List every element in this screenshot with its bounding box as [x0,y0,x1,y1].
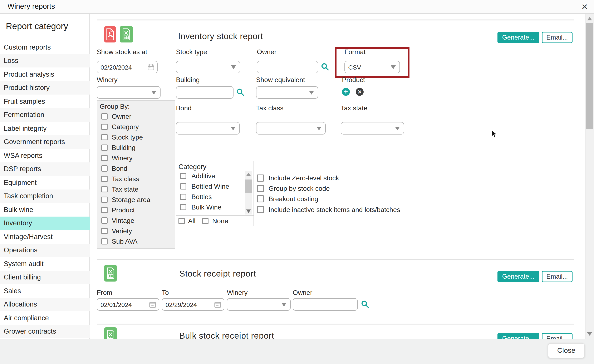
chevron-down-icon [317,127,322,130]
groupby-product-checkbox[interactable] [101,207,108,213]
category-none-checkbox[interactable] [202,218,209,224]
sidebar-item-bulk-wine[interactable]: Bulk wine [0,203,90,216]
sidebar-item-fruit-samples[interactable]: Fruit samples [0,95,90,108]
tax-state-dropdown[interactable] [341,122,404,135]
owner-input[interactable] [257,61,318,73]
stock-type-dropdown[interactable] [176,61,240,73]
groupby-bond-checkbox[interactable] [101,165,108,172]
product-label: Product [342,76,365,84]
sidebar-item-client-billing[interactable]: Client billing [0,271,90,284]
sidebar-item-fermentation[interactable]: Fermentation [0,108,90,122]
sidebar-item-label-integrity[interactable]: Label integrity [0,122,90,135]
breakout-costing-label: Breakout costing [269,195,318,203]
sidebar-item-dsp-reports[interactable]: DSP reports [0,162,90,176]
sidebar-item-sales[interactable]: Sales [0,284,90,298]
groupby-building-checkbox[interactable] [101,144,108,151]
groupby-owner-checkbox[interactable] [101,113,108,120]
sidebar-item-equipment[interactable]: Equipment [0,176,90,189]
winery-dropdown[interactable] [97,86,161,99]
category-all-checkbox[interactable] [178,218,185,224]
scroll-up-icon[interactable] [246,173,251,176]
scroll-up-icon[interactable] [587,17,592,20]
mouse-cursor [491,130,498,139]
excel-file-icon[interactable] [104,265,117,281]
group-by-heading: Group By: [100,103,130,110]
close-button[interactable]: Close [548,343,585,358]
category-scroll-thumb[interactable] [245,180,252,193]
section-divider-bottom [97,324,574,324]
sidebar-item-product-history[interactable]: Product history [0,81,90,95]
vertical-scrollbar[interactable] [585,14,594,339]
tax-class-dropdown[interactable] [256,122,326,135]
include-zero-level-stock-checkbox[interactable] [257,175,264,182]
sidebar-item-allocations[interactable]: Allocations [0,298,90,311]
chevron-down-icon [231,127,236,130]
groupby-stock-type-checkbox[interactable] [101,134,108,140]
groupby-category-label: Category [112,123,139,131]
category-additive-checkbox[interactable] [180,173,186,179]
groupby-sub-ava-checkbox[interactable] [101,238,108,244]
sidebar-item-grower-contracts[interactable]: Grower contracts [0,325,90,338]
product-clear-icon[interactable]: ✕ [356,88,364,96]
show-equivalent-dropdown[interactable] [256,86,318,99]
chevron-down-icon [391,65,396,69]
stock-receipt-generate-button[interactable]: Generate... [498,271,539,282]
scroll-down-icon[interactable] [246,209,251,213]
close-icon[interactable]: ✕ [581,2,588,12]
groupby-tax-state-label: Tax state [112,186,138,193]
stock-receipt-email-button[interactable]: Email... [542,271,573,282]
groupby-building-label: Building [112,144,135,152]
sidebar-item-task-completion[interactable]: Task completion [0,189,90,203]
category-bottles-checkbox[interactable] [180,194,186,200]
sidebar-item-air-compliance[interactable]: Air compliance [0,311,90,325]
groupby-tax-class-label: Tax class [112,175,139,183]
sidebar-item-vintage-harvest[interactable]: Vintage/Harvest [0,230,90,243]
excel-file-icon[interactable] [120,26,133,42]
to-label: To [162,289,169,297]
product-add-icon[interactable]: + [342,88,350,96]
show-stock-as-at-input[interactable]: 02/20/2024 [97,61,158,73]
group-by-stock-code-checkbox[interactable] [257,185,264,192]
sidebar-item-loss[interactable]: Loss [0,54,90,67]
category-panel: Category Additive Bottled Wine Bottles B… [176,161,254,226]
groupby-winery-checkbox[interactable] [101,155,108,161]
building-search-icon[interactable] [236,88,244,96]
groupby-tax-state-checkbox[interactable] [101,186,108,192]
groupby-vintage-checkbox[interactable] [101,217,108,224]
bond-dropdown[interactable] [176,122,240,135]
sidebar-item-system-audit[interactable]: System audit [0,257,90,271]
building-input[interactable] [176,86,234,99]
inventory-report-title: Inventory stock report [178,31,263,41]
groupby-sub-ava-label: Sub AVA [112,238,137,245]
scrollbar-thumb[interactable] [586,23,593,129]
sidebar-item-government-reports[interactable]: Government reports [0,135,90,149]
groupby-storage-area-checkbox[interactable] [101,197,108,203]
dialog-title: Winery reports [7,2,55,11]
groupby-variety-checkbox[interactable] [101,228,108,234]
sidebar-item-wsa-reports[interactable]: WSA reports [0,149,90,162]
scroll-down-icon[interactable] [587,332,592,336]
from-date-input[interactable]: 02/01/2024 [97,298,159,311]
format-dropdown[interactable]: CSV [344,61,400,73]
sr-owner-input[interactable] [293,298,358,311]
include-inactive-stock-checkbox[interactable] [257,206,264,213]
sr-winery-dropdown[interactable] [227,298,291,311]
sidebar-item-custom-reports[interactable]: Custom reports [0,40,90,54]
category-bottled-wine-checkbox[interactable] [180,183,186,189]
inventory-generate-button[interactable]: Generate... [498,32,539,43]
groupby-category-checkbox[interactable] [101,124,108,130]
inventory-email-button[interactable]: Email... [542,32,573,43]
pdf-file-icon[interactable] [104,26,116,42]
report-category-sidebar: Report category Custom reports Loss Prod… [0,14,90,339]
sr-owner-search-icon[interactable] [361,300,369,308]
building-label: Building [176,76,200,84]
category-scrollbar[interactable] [245,171,252,214]
sidebar-item-inventory[interactable]: Inventory [0,216,90,230]
sidebar-item-operations[interactable]: Operations [0,243,90,257]
breakout-costing-checkbox[interactable] [257,195,264,202]
to-date-input[interactable]: 02/29/2024 [162,298,224,311]
sidebar-item-product-analysis[interactable]: Product analysis [0,67,90,81]
owner-search-icon[interactable] [321,63,329,71]
groupby-tax-class-checkbox[interactable] [101,176,108,182]
category-bulk-wine-checkbox[interactable] [180,204,186,210]
